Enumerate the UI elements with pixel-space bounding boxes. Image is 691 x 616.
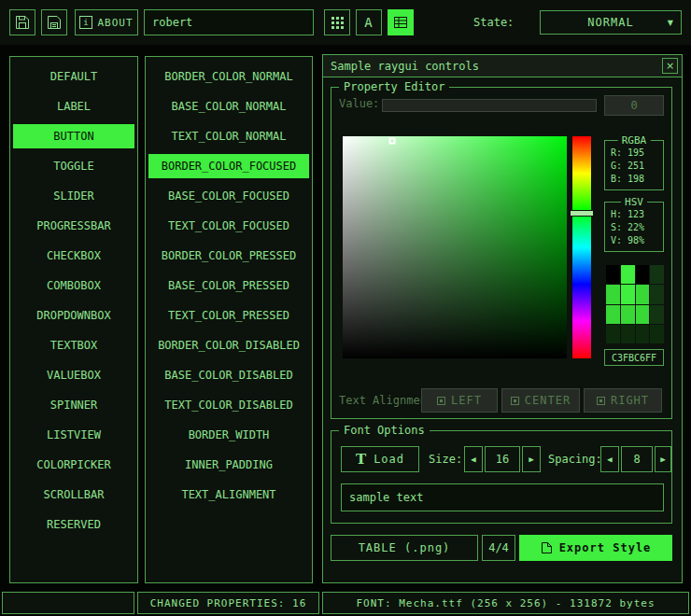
color-swatch[interactable] [636,265,650,284]
color-swatch[interactable] [606,325,620,343]
controls-list-item[interactable]: DEFAULT [13,64,134,89]
size-increase-button[interactable]: ▶ [522,446,541,472]
controls-list-item[interactable]: SCROLLBAR [13,483,134,507]
red-label: R: [611,147,622,160]
sat-label: S: [611,221,622,234]
properties-list-item[interactable]: BORDER_COLOR_DISABLED [148,333,309,357]
font-load-button[interactable]: T Load [341,446,419,472]
export-format-label: TABLE (.png) [359,541,451,554]
color-swatch[interactable] [650,285,664,303]
controls-list-item[interactable]: BUTTON [13,124,134,148]
properties-list-item[interactable]: TEXT_COLOR_FOCUSED [148,214,309,238]
color-swatch[interactable] [621,305,635,324]
controls-list-item[interactable]: DROPDOWNBOX [13,303,134,328]
size-value: 16 [496,453,509,466]
spacing-decrease-button[interactable]: ◀ [600,446,619,472]
font-load-label: Load [374,453,404,466]
value-box[interactable]: 0 [604,95,664,116]
export-style-button[interactable]: Export Style [519,535,672,561]
style-name-input[interactable] [144,9,314,35]
window-title: Sample raygui controls [331,60,479,73]
color-swatch-grid [606,265,664,343]
size-decrease-button[interactable]: ◀ [464,446,483,472]
spacing-increase-button[interactable]: ▶ [655,446,671,472]
properties-list-item[interactable]: TEXT_COLOR_NORMAL [148,124,309,148]
controls-list-item[interactable]: COLORPICKER [13,453,134,477]
color-swatch[interactable] [650,265,664,284]
properties-list-item[interactable]: BASE_COLOR_DISABLED [148,363,309,387]
hue-slider[interactable] [572,136,591,358]
controls-list-item[interactable]: SPINNER [13,393,134,417]
hue-label: H: [611,208,622,221]
controls-list-item[interactable]: TEXTBOX [13,333,134,357]
align-right-icon [597,397,605,405]
color-swatch[interactable] [650,325,664,343]
properties-list-item[interactable]: BORDER_COLOR_PRESSED [148,244,309,268]
controls-list-item[interactable]: LISTVIEW [13,423,134,447]
properties-list-item[interactable]: BASE_COLOR_PRESSED [148,273,309,298]
color-swatch[interactable] [621,265,635,284]
spacing-value-box[interactable]: 8 [621,446,653,472]
size-value-box[interactable]: 16 [485,446,520,472]
font-options-label: Font Options [339,424,430,438]
sample-text-input[interactable] [341,483,664,511]
properties-list-item[interactable]: BASE_COLOR_NORMAL [148,94,309,119]
export-format-button[interactable]: TABLE (.png) [331,535,478,561]
value-slider[interactable] [382,99,597,112]
chevron-down-icon: ▼ [668,19,674,27]
window-titlebar[interactable]: Sample raygui controls × [323,55,682,77]
controls-list-item[interactable]: PROGRESSBAR [13,214,134,238]
properties-list-item[interactable]: BORDER_WIDTH [148,423,309,447]
green-label: G: [611,160,622,173]
val-label: V: [611,234,622,247]
rgba-label: RGBA [618,133,651,147]
align-center-button[interactable]: CENTER [501,388,580,413]
red-value: 195 [628,147,644,160]
color-swatch[interactable] [636,325,650,343]
grid-view-button[interactable] [324,9,350,35]
grid-icon [331,16,345,30]
color-swatch[interactable] [606,265,620,284]
color-swatch[interactable] [636,305,650,324]
align-right-button[interactable]: RIGHT [584,388,662,413]
controls-list-item[interactable]: CHECKBOX [13,244,134,268]
color-picker-area[interactable] [343,136,567,358]
close-button[interactable]: × [662,58,678,74]
pages-box: 4/4 [482,535,515,561]
properties-list-item[interactable]: INNER_PADDING [148,453,309,477]
properties-list-item[interactable]: BASE_COLOR_FOCUSED [148,184,309,208]
color-picker-cursor[interactable] [388,137,395,144]
color-swatch[interactable] [621,325,635,343]
hex-value-box[interactable]: C3FBC6FF [604,349,664,366]
properties-list-item[interactable]: BORDER_COLOR_NORMAL [148,64,309,89]
controls-list: DEFAULTLABELBUTTONTOGGLESLIDERPROGRESSBA… [9,56,138,583]
spacing-value: 8 [633,453,640,466]
save-style-button[interactable] [9,9,35,35]
changed-properties-text: CHANGED PROPERTIES: 16 [150,597,307,609]
properties-list-item[interactable]: TEXT_COLOR_PRESSED [148,303,309,328]
color-swatch[interactable] [650,305,664,324]
controls-list-item[interactable]: COMBOBOX [13,273,134,298]
align-center-label: CENTER [525,394,571,407]
table-view-button[interactable] [388,9,414,35]
state-dropdown[interactable]: NORMAL ▼ [540,10,682,35]
font-view-button[interactable]: A [356,9,382,35]
color-swatch[interactable] [636,285,650,303]
properties-list-item[interactable]: TEXT_ALIGNMENT [148,483,309,507]
color-swatch[interactable] [606,305,620,324]
properties-list-item[interactable]: TEXT_COLOR_DISABLED [148,393,309,417]
rgba-green-row: G: 251 [605,160,663,173]
color-swatch[interactable] [606,285,620,303]
controls-list-item[interactable]: VALUEBOX [13,363,134,387]
hsv-sat-row: S: 22% [605,221,663,234]
controls-list-item[interactable]: TOGGLE [13,154,134,178]
controls-list-item[interactable]: LABEL [13,94,134,119]
properties-list-item[interactable]: BORDER_COLOR_FOCUSED [148,154,309,178]
controls-list-item[interactable]: SLIDER [13,184,134,208]
controls-list-item[interactable]: RESERVED [13,512,134,537]
color-swatch[interactable] [621,285,635,303]
align-left-button[interactable]: LEFT [421,388,498,413]
hue-slider-handle[interactable] [570,210,594,217]
about-button[interactable]: i ABOUT [75,9,138,35]
save-style-as-button[interactable] [41,9,67,35]
